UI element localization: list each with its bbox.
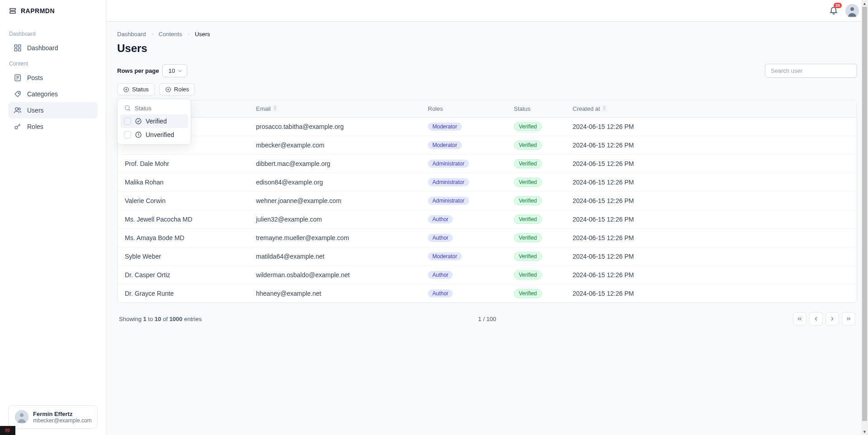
table-header-row: Name Email Roles Status Cr [118,100,857,118]
cell-created: 2024-06-15 12:26 PM [565,229,857,247]
cell-created: 2024-06-15 12:26 PM [565,210,857,229]
svg-point-15 [20,413,24,417]
svg-rect-1 [10,11,15,13]
cell-name: Ms. Amaya Bode MD [118,229,249,247]
chevrons-right-icon [845,316,852,322]
cell-status: Verified [507,247,565,266]
notifications-button[interactable]: 20 [829,5,838,16]
role-badge: Administrator [428,178,469,186]
dev-badge[interactable] [0,426,15,435]
status-badge: Verified [514,141,542,150]
role-badge: Moderator [428,141,462,149]
table-row[interactable]: Dr. Grayce Runtehheaney@example.netAutho… [118,284,857,303]
checkbox[interactable] [124,118,131,125]
page-title: Users [117,42,857,55]
plus-circle-icon [123,86,129,93]
scrollbar[interactable]: ▲ ▼ [861,0,868,435]
role-badge: Moderator [428,252,462,260]
cell-email: matilda64@example.net [249,247,421,266]
option-label: Unverified [146,131,174,138]
rows-per-page-select[interactable]: 10 [162,64,187,77]
nav-item-roles[interactable]: Roles [8,118,98,135]
rows-per-page-value: 10 [168,67,175,74]
svg-point-17 [850,7,854,11]
svg-rect-2 [14,45,17,47]
cell-name: Valerie Corwin [118,192,249,210]
status-badge: Verified [514,159,542,168]
table-row[interactable]: Malika Rohanedison84@example.orgAdminist… [118,173,857,192]
nav-item-users[interactable]: Users [8,102,98,118]
crumb-contents[interactable]: Contents [159,31,182,38]
table-row[interactable]: Ms. Jewell Pacocha MDjulien32@example.co… [118,210,857,229]
cell-status: Verified [507,284,565,303]
key-icon [14,123,22,131]
popover-search-row [120,102,188,114]
cell-status: Verified [507,210,565,229]
role-badge: Author [428,271,453,279]
cell-status: Verified [507,266,565,284]
nav-item-dashboard[interactable]: Dashboard [8,40,98,56]
filter-status[interactable]: Status [117,83,155,95]
chevrons-left-icon [797,316,803,322]
col-created[interactable]: Created at [565,100,857,118]
pager-first[interactable] [793,312,806,326]
current-user-email: mbecker@example.com [33,417,92,424]
page-indicator: 1 / 100 [478,316,496,322]
nav-section-dashboard: Dashboard [8,26,98,40]
role-badge: Author [428,289,453,298]
cell-status: Verified [507,229,565,247]
scroll-up-icon[interactable]: ▲ [861,0,868,7]
chevron-right-icon [829,316,835,322]
scrollbar-thumb[interactable] [862,7,867,421]
main: 20 Dashboard Contents Users Users Rows p… [106,0,868,435]
cell-status: Verified [507,155,565,173]
table-row[interactable]: Ms. Amaya Bode MDtremayne.mueller@exampl… [118,229,857,247]
svg-rect-4 [14,49,17,51]
cell-email: prosacco.tabitha@example.org [249,118,421,136]
table-row[interactable]: mbecker@example.comModeratorVerified2024… [118,136,857,155]
sidebar: RAPRMDN Dashboard Dashboard Content Post… [0,0,106,435]
nav-section-content: Content [8,56,98,70]
scroll-down-icon[interactable]: ▼ [861,428,868,435]
current-user-card[interactable]: Fermin Effertz mbecker@example.com [8,405,98,429]
pager-prev[interactable] [809,312,823,326]
filter-roles[interactable]: Roles [159,83,195,95]
status-badge: Verified [514,233,542,242]
table-row[interactable]: Prof. Dale Mohrdibbert.mac@example.orgAd… [118,155,857,173]
tag-icon [14,90,22,98]
search-input[interactable] [765,64,857,78]
nav-item-label: Dashboard [27,44,58,52]
popover-search-input[interactable] [135,105,211,112]
chevron-right-icon [186,32,191,37]
svg-point-23 [136,118,141,124]
table-row[interactable]: prosacco.tabitha@example.orgModeratorVer… [118,118,857,136]
brand[interactable]: RAPRMDN [0,0,106,22]
col-email[interactable]: Email [249,100,421,118]
pager-last[interactable] [842,312,855,326]
sort-icon [272,105,278,111]
table-row[interactable]: Dr. Casper Ortizwilderman.osbaldo@exampl… [118,266,857,284]
cell-created: 2024-06-15 12:26 PM [565,266,857,284]
table-row[interactable]: Valerie Corwinwehner.joanne@example.comA… [118,192,857,210]
cell-email: hheaney@example.net [249,284,421,303]
content: Dashboard Contents Users Users Rows per … [106,22,868,435]
cell-name: Dr. Casper Ortiz [118,266,249,284]
pager-next[interactable] [825,312,839,326]
status-filter-popover: Verified Unverified [117,99,191,145]
popover-option-unverified[interactable]: Unverified [120,128,188,142]
brand-label: RAPRMDN [21,7,55,14]
nav-item-posts[interactable]: Posts [8,70,98,86]
topbar-avatar[interactable] [845,4,859,18]
popover-option-verified[interactable]: Verified [120,114,188,128]
logo-icon [9,7,16,14]
checkbox[interactable] [124,131,131,138]
users-table: Name Email Roles Status Cr [117,100,857,303]
search-icon [124,104,131,112]
svg-rect-3 [19,45,21,47]
status-badge: Verified [514,289,542,298]
role-badge: Administrator [428,197,469,205]
nav-item-categories[interactable]: Categories [8,86,98,102]
table-row[interactable]: Syble Webermatilda64@example.netModerato… [118,247,857,266]
crumb-dashboard[interactable]: Dashboard [117,31,146,38]
role-badge: Administrator [428,160,469,168]
